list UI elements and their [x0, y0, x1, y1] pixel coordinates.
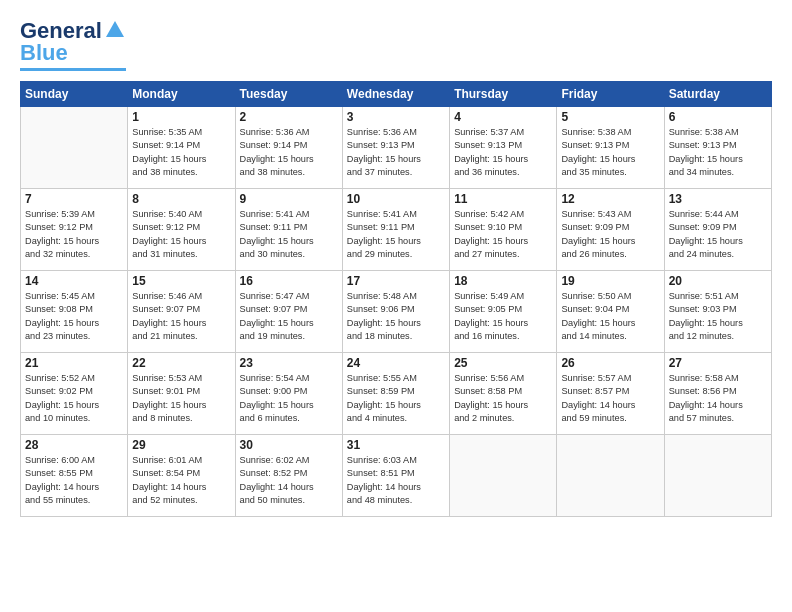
day-number-17: 17	[347, 274, 445, 288]
day-number-12: 12	[561, 192, 659, 206]
day-info-2: Sunrise: 5:36 AM Sunset: 9:14 PM Dayligh…	[240, 126, 338, 179]
day-cell-15: 15Sunrise: 5:46 AM Sunset: 9:07 PM Dayli…	[128, 271, 235, 353]
calendar-week-1: 1Sunrise: 5:35 AM Sunset: 9:14 PM Daylig…	[21, 107, 772, 189]
day-cell-7: 7Sunrise: 5:39 AM Sunset: 9:12 PM Daylig…	[21, 189, 128, 271]
day-info-26: Sunrise: 5:57 AM Sunset: 8:57 PM Dayligh…	[561, 372, 659, 425]
day-number-21: 21	[25, 356, 123, 370]
weekday-wednesday: Wednesday	[342, 82, 449, 107]
calendar-week-2: 7Sunrise: 5:39 AM Sunset: 9:12 PM Daylig…	[21, 189, 772, 271]
day-cell-13: 13Sunrise: 5:44 AM Sunset: 9:09 PM Dayli…	[664, 189, 771, 271]
day-number-4: 4	[454, 110, 552, 124]
day-info-9: Sunrise: 5:41 AM Sunset: 9:11 PM Dayligh…	[240, 208, 338, 261]
day-number-11: 11	[454, 192, 552, 206]
day-number-8: 8	[132, 192, 230, 206]
day-cell-29: 29Sunrise: 6:01 AM Sunset: 8:54 PM Dayli…	[128, 435, 235, 517]
weekday-friday: Friday	[557, 82, 664, 107]
day-number-27: 27	[669, 356, 767, 370]
day-number-25: 25	[454, 356, 552, 370]
logo: General Blue	[20, 18, 126, 71]
day-cell-22: 22Sunrise: 5:53 AM Sunset: 9:01 PM Dayli…	[128, 353, 235, 435]
day-number-6: 6	[669, 110, 767, 124]
day-number-30: 30	[240, 438, 338, 452]
day-number-15: 15	[132, 274, 230, 288]
empty-cell	[664, 435, 771, 517]
day-cell-5: 5Sunrise: 5:38 AM Sunset: 9:13 PM Daylig…	[557, 107, 664, 189]
day-info-7: Sunrise: 5:39 AM Sunset: 9:12 PM Dayligh…	[25, 208, 123, 261]
day-info-6: Sunrise: 5:38 AM Sunset: 9:13 PM Dayligh…	[669, 126, 767, 179]
day-info-22: Sunrise: 5:53 AM Sunset: 9:01 PM Dayligh…	[132, 372, 230, 425]
empty-cell	[21, 107, 128, 189]
day-cell-24: 24Sunrise: 5:55 AM Sunset: 8:59 PM Dayli…	[342, 353, 449, 435]
calendar-week-3: 14Sunrise: 5:45 AM Sunset: 9:08 PM Dayli…	[21, 271, 772, 353]
day-info-16: Sunrise: 5:47 AM Sunset: 9:07 PM Dayligh…	[240, 290, 338, 343]
day-cell-17: 17Sunrise: 5:48 AM Sunset: 9:06 PM Dayli…	[342, 271, 449, 353]
day-number-14: 14	[25, 274, 123, 288]
logo-underline	[20, 68, 126, 71]
day-info-11: Sunrise: 5:42 AM Sunset: 9:10 PM Dayligh…	[454, 208, 552, 261]
day-info-18: Sunrise: 5:49 AM Sunset: 9:05 PM Dayligh…	[454, 290, 552, 343]
day-info-13: Sunrise: 5:44 AM Sunset: 9:09 PM Dayligh…	[669, 208, 767, 261]
day-number-22: 22	[132, 356, 230, 370]
day-info-24: Sunrise: 5:55 AM Sunset: 8:59 PM Dayligh…	[347, 372, 445, 425]
weekday-sunday: Sunday	[21, 82, 128, 107]
logo-blue: Blue	[20, 40, 68, 66]
day-info-29: Sunrise: 6:01 AM Sunset: 8:54 PM Dayligh…	[132, 454, 230, 507]
day-number-28: 28	[25, 438, 123, 452]
day-cell-8: 8Sunrise: 5:40 AM Sunset: 9:12 PM Daylig…	[128, 189, 235, 271]
day-number-31: 31	[347, 438, 445, 452]
day-cell-16: 16Sunrise: 5:47 AM Sunset: 9:07 PM Dayli…	[235, 271, 342, 353]
calendar-week-5: 28Sunrise: 6:00 AM Sunset: 8:55 PM Dayli…	[21, 435, 772, 517]
day-cell-9: 9Sunrise: 5:41 AM Sunset: 9:11 PM Daylig…	[235, 189, 342, 271]
day-cell-11: 11Sunrise: 5:42 AM Sunset: 9:10 PM Dayli…	[450, 189, 557, 271]
empty-cell	[557, 435, 664, 517]
header: General Blue	[20, 18, 772, 71]
weekday-tuesday: Tuesday	[235, 82, 342, 107]
weekday-saturday: Saturday	[664, 82, 771, 107]
day-info-12: Sunrise: 5:43 AM Sunset: 9:09 PM Dayligh…	[561, 208, 659, 261]
day-number-13: 13	[669, 192, 767, 206]
day-info-4: Sunrise: 5:37 AM Sunset: 9:13 PM Dayligh…	[454, 126, 552, 179]
day-info-25: Sunrise: 5:56 AM Sunset: 8:58 PM Dayligh…	[454, 372, 552, 425]
day-info-10: Sunrise: 5:41 AM Sunset: 9:11 PM Dayligh…	[347, 208, 445, 261]
calendar-week-4: 21Sunrise: 5:52 AM Sunset: 9:02 PM Dayli…	[21, 353, 772, 435]
day-info-20: Sunrise: 5:51 AM Sunset: 9:03 PM Dayligh…	[669, 290, 767, 343]
day-cell-21: 21Sunrise: 5:52 AM Sunset: 9:02 PM Dayli…	[21, 353, 128, 435]
day-cell-31: 31Sunrise: 6:03 AM Sunset: 8:51 PM Dayli…	[342, 435, 449, 517]
calendar-table: SundayMondayTuesdayWednesdayThursdayFrid…	[20, 81, 772, 517]
day-cell-18: 18Sunrise: 5:49 AM Sunset: 9:05 PM Dayli…	[450, 271, 557, 353]
day-cell-2: 2Sunrise: 5:36 AM Sunset: 9:14 PM Daylig…	[235, 107, 342, 189]
day-number-2: 2	[240, 110, 338, 124]
day-cell-25: 25Sunrise: 5:56 AM Sunset: 8:58 PM Dayli…	[450, 353, 557, 435]
day-info-21: Sunrise: 5:52 AM Sunset: 9:02 PM Dayligh…	[25, 372, 123, 425]
day-info-31: Sunrise: 6:03 AM Sunset: 8:51 PM Dayligh…	[347, 454, 445, 507]
day-number-7: 7	[25, 192, 123, 206]
weekday-header-row: SundayMondayTuesdayWednesdayThursdayFrid…	[21, 82, 772, 107]
day-number-10: 10	[347, 192, 445, 206]
day-number-18: 18	[454, 274, 552, 288]
day-cell-6: 6Sunrise: 5:38 AM Sunset: 9:13 PM Daylig…	[664, 107, 771, 189]
day-info-1: Sunrise: 5:35 AM Sunset: 9:14 PM Dayligh…	[132, 126, 230, 179]
day-cell-1: 1Sunrise: 5:35 AM Sunset: 9:14 PM Daylig…	[128, 107, 235, 189]
day-number-29: 29	[132, 438, 230, 452]
day-cell-28: 28Sunrise: 6:00 AM Sunset: 8:55 PM Dayli…	[21, 435, 128, 517]
empty-cell	[450, 435, 557, 517]
day-info-5: Sunrise: 5:38 AM Sunset: 9:13 PM Dayligh…	[561, 126, 659, 179]
day-number-9: 9	[240, 192, 338, 206]
day-info-28: Sunrise: 6:00 AM Sunset: 8:55 PM Dayligh…	[25, 454, 123, 507]
weekday-monday: Monday	[128, 82, 235, 107]
day-info-17: Sunrise: 5:48 AM Sunset: 9:06 PM Dayligh…	[347, 290, 445, 343]
day-number-1: 1	[132, 110, 230, 124]
logo-icon	[104, 19, 126, 41]
day-cell-19: 19Sunrise: 5:50 AM Sunset: 9:04 PM Dayli…	[557, 271, 664, 353]
day-cell-30: 30Sunrise: 6:02 AM Sunset: 8:52 PM Dayli…	[235, 435, 342, 517]
day-cell-14: 14Sunrise: 5:45 AM Sunset: 9:08 PM Dayli…	[21, 271, 128, 353]
day-number-5: 5	[561, 110, 659, 124]
day-info-19: Sunrise: 5:50 AM Sunset: 9:04 PM Dayligh…	[561, 290, 659, 343]
day-number-3: 3	[347, 110, 445, 124]
day-number-19: 19	[561, 274, 659, 288]
day-cell-12: 12Sunrise: 5:43 AM Sunset: 9:09 PM Dayli…	[557, 189, 664, 271]
day-cell-26: 26Sunrise: 5:57 AM Sunset: 8:57 PM Dayli…	[557, 353, 664, 435]
day-cell-20: 20Sunrise: 5:51 AM Sunset: 9:03 PM Dayli…	[664, 271, 771, 353]
day-info-23: Sunrise: 5:54 AM Sunset: 9:00 PM Dayligh…	[240, 372, 338, 425]
day-cell-4: 4Sunrise: 5:37 AM Sunset: 9:13 PM Daylig…	[450, 107, 557, 189]
